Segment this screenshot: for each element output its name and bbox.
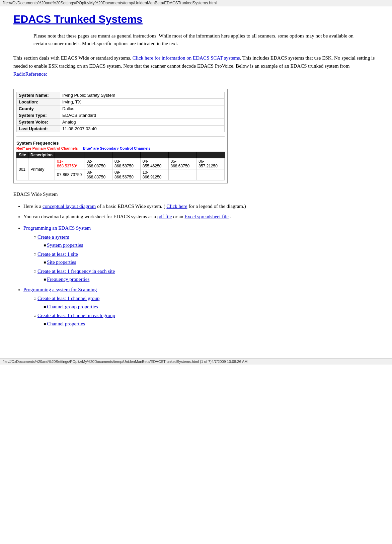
freq-7: 07-868.73750	[55, 169, 84, 180]
nav-subsub-group-props: Channel group properties	[44, 303, 379, 311]
nav-sub-create-site: Create at least 1 site Site properties	[33, 250, 379, 266]
caption: EDACS Wide System	[13, 191, 379, 197]
bullet-1-after: of a basic EDACS Wide system. (	[97, 204, 165, 209]
nav-item-programming-scanning: Programming a system for Scanning Create…	[23, 286, 379, 328]
nav-sub-create-system: Create a system System properties	[33, 233, 379, 249]
programming-scanning-link[interactable]: Programming a system for Scanning	[23, 287, 97, 292]
bullet-2: You can download a planning worksheet fo…	[23, 213, 379, 221]
frequencies-section: System Frequencies Red* are Primary Cont…	[16, 141, 225, 180]
bottom-bar: file:///C:/Documents%20and%20Settings/PO…	[0, 358, 392, 365]
create-channel-group-link[interactable]: Create at least 1 channel group	[37, 296, 99, 301]
location-label: Location:	[17, 99, 60, 105]
create-freq-link[interactable]: Create at least 1 frequency in each site	[37, 268, 115, 274]
radioreference-link[interactable]: RadioReference:	[13, 71, 47, 77]
last-updated-value: 11-08-2007 03:40	[60, 126, 225, 132]
system-voice-row: System Voice: Analog	[17, 119, 225, 126]
create-channel-link[interactable]: Create at least 1 channel in each group	[37, 313, 115, 318]
system-name-row: System Name: Irving Public Safety System	[17, 92, 225, 99]
system-type-value: EDACS Standard	[60, 112, 225, 119]
nav-subsub-system-props: System properties	[44, 241, 379, 249]
conceptual-layout-link[interactable]: conceptual layout diagram	[43, 204, 96, 209]
nav-subsub-channel: Channel properties	[44, 320, 379, 328]
freq-col-6	[197, 152, 225, 158]
freq-3: 03-868.58750	[112, 158, 141, 169]
edacs-scat-link[interactable]: Click here for information on EDACS SCAT…	[133, 55, 240, 61]
freq-10: 10-866.91250	[140, 169, 168, 180]
top-bar: file:///C:/Documents%20and%20Settings/PO…	[0, 0, 392, 6]
note-box: Please note that these pages are meant a…	[33, 32, 359, 47]
bullet-2-after: .	[230, 214, 231, 219]
bullet-1-after2: for a legend of the diagram.)	[188, 204, 246, 209]
last-updated-row: Last Updated: 11-08-2007 03:40	[17, 126, 225, 132]
county-label: County	[17, 105, 60, 112]
nav-subsub-site: Site properties	[44, 258, 379, 266]
nav-sub-create-freq: Create at least 1 frequency in each site…	[33, 267, 379, 283]
freq-col-2	[84, 152, 112, 158]
main-bullets: Here is a conceptual layout diagram of a…	[23, 203, 379, 220]
freq-6: 06-857.21250	[197, 158, 225, 169]
freq-empty-2	[197, 169, 225, 180]
frequency-properties-link[interactable]: Frequency properties	[47, 277, 89, 282]
freq-row-1: 001 Primary 01-868.53750* 02-868.08750 0…	[17, 158, 225, 169]
channel-group-properties-link[interactable]: Channel group properties	[47, 304, 98, 309]
bottom-bar-text: file:///C:/Documents%20and%20Settings/PO…	[3, 360, 247, 364]
freq-col-site: Site	[17, 152, 28, 158]
freq-legend: Red* are Primary Control Channels Blue* …	[16, 146, 225, 150]
programming-edacs-link[interactable]: Programming an EDACS System	[23, 225, 91, 231]
page-content: EDACS Trunked Systems Please note that t…	[0, 6, 392, 345]
page-title: EDACS Trunked Systems	[13, 13, 379, 25]
nav-subsub-group: Channel group properties	[44, 303, 379, 311]
intro1-before: This section deals with EDACS Wide or st…	[13, 55, 131, 61]
create-site-link[interactable]: Create at least 1 site	[37, 251, 78, 257]
note-text: Please note that these pages are meant a…	[33, 32, 359, 47]
freq-table-header-row: Site Description	[17, 152, 225, 158]
site-properties-link[interactable]: Site properties	[47, 259, 76, 265]
freq-header: System Frequencies	[16, 141, 225, 146]
nav-subsub-freq: Frequency properties	[44, 276, 379, 283]
nav-sub-create-channel: Create at least 1 channel in each group …	[33, 312, 379, 327]
nav-sub-create-group: Create at least 1 channel group Channel …	[33, 295, 379, 310]
pdf-file-link[interactable]: pdf file	[157, 214, 172, 219]
nav-list: Programming an EDACS System Create a sys…	[23, 224, 379, 327]
freq-empty-1	[168, 169, 197, 180]
freq-table: Site Description 001 Primary 01-86	[16, 152, 225, 180]
nav-sub-list-edacs: Create a system System properties Create…	[33, 233, 379, 283]
excel-spreadsheet-link[interactable]: Excel spreadsheet file	[184, 214, 229, 219]
freq-col-4	[140, 152, 168, 158]
top-bar-path: file:///C:/Documents%20and%20Settings/PO…	[3, 1, 217, 5]
freq-col-5	[168, 152, 197, 158]
county-row: County Dallas	[17, 105, 225, 112]
system-type-row: System Type: EDACS Standard	[17, 112, 225, 119]
click-here-legend-link[interactable]: Click here	[166, 204, 187, 209]
system-properties-link[interactable]: System properties	[47, 242, 83, 248]
nav-subsub-site-props: Site properties	[44, 258, 379, 266]
nav-subsub-freq-props: Frequency properties	[44, 276, 379, 283]
last-updated-label: Last Updated:	[17, 126, 60, 132]
freq-site: 001	[17, 158, 28, 180]
nav-subsub-system: System properties	[44, 241, 379, 249]
freq-legend-red: Red* are Primary Control Channels	[16, 146, 78, 150]
bullet-1-before: Here is a	[23, 204, 43, 209]
location-value: Irving, TX	[60, 99, 225, 105]
freq-1: 01-868.53750*	[55, 158, 84, 169]
freq-desc: Primary	[28, 158, 55, 180]
freq-2: 02-868.08750	[84, 158, 112, 169]
freq-9: 09-866.56750	[112, 169, 141, 180]
system-info-table: System Name: Irving Public Safety System…	[16, 92, 225, 132]
nav-sub-list-scanning: Create at least 1 channel group Channel …	[33, 295, 379, 327]
freq-legend-blue: Blue* are Secondary Control Channels	[83, 146, 151, 150]
freq-8: 08-868.83750	[84, 169, 112, 180]
system-type-label: System Type:	[17, 112, 60, 119]
system-info-screenshot: System Name: Irving Public Safety System…	[13, 89, 228, 183]
create-system-link[interactable]: Create a system	[37, 234, 69, 240]
channel-properties-link[interactable]: Channel properties	[47, 321, 85, 326]
intro-paragraph: This section deals with EDACS Wide or st…	[13, 54, 379, 78]
system-voice-label: System Voice:	[17, 119, 60, 126]
nav-item-programming-edacs: Programming an EDACS System Create a sys…	[23, 224, 379, 283]
freq-col-3	[112, 152, 141, 158]
bullet-1: Here is a conceptual layout diagram of a…	[23, 203, 379, 210]
bullet-2-before: You can download a planning worksheet fo…	[23, 214, 157, 219]
system-name-value: Irving Public Safety System	[60, 92, 225, 99]
bullet-2-mid: or an	[173, 214, 184, 219]
freq-5: 05-868.63750	[168, 158, 197, 169]
